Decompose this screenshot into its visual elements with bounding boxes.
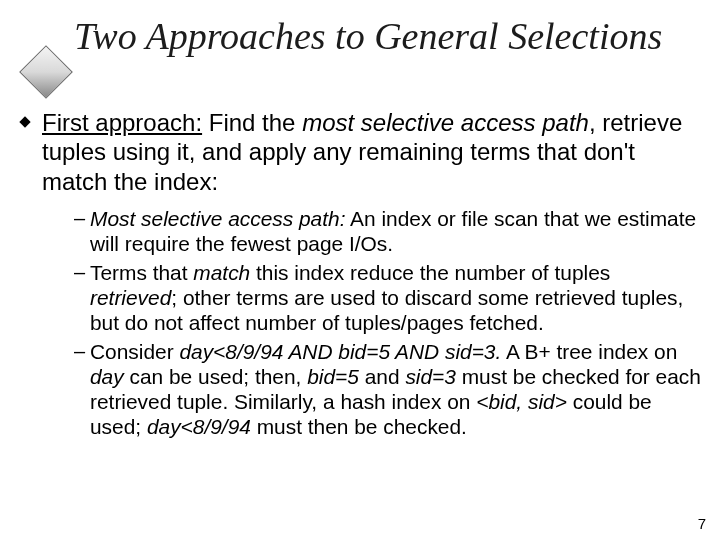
text-italic: day<8/9/94 AND bid=5 AND sid=3.	[179, 340, 501, 363]
text-italic: day<8/9/94	[147, 415, 251, 438]
text-italic: bid=5	[307, 365, 359, 388]
text-seg: Terms that	[90, 261, 193, 284]
title-diamond-icon	[20, 46, 70, 96]
list-item-text: Most selective access path: An index or …	[90, 206, 702, 256]
bullet-level1-text: First approach: Find the most selective …	[42, 108, 702, 196]
text-italic: sid=3	[405, 365, 456, 388]
text-italic: Most selective access path:	[90, 207, 345, 230]
slide-body: First approach: Find the most selective …	[0, 100, 720, 440]
lead-text: First approach:	[42, 109, 202, 136]
text-italic: retrieved	[90, 286, 171, 309]
dash-bullet-icon: –	[74, 339, 90, 363]
text-seg: Consider	[90, 340, 179, 363]
list-item: – Consider day<8/9/94 AND bid=5 AND sid=…	[74, 339, 702, 439]
text-seg: ; other terms are used to discard some r…	[90, 286, 683, 334]
slide: Two Approaches to General Selections Fir…	[0, 0, 720, 540]
list-item: – Terms that match this index reduce the…	[74, 260, 702, 335]
diamond-bullet-icon	[18, 115, 32, 129]
dash-bullet-icon: –	[74, 206, 90, 230]
dash-bullet-icon: –	[74, 260, 90, 284]
text-italic: most selective access path	[302, 109, 589, 136]
text-seg: and	[359, 365, 405, 388]
text-seg: A B+ tree index on	[501, 340, 677, 363]
text-seg: must then be checked.	[251, 415, 467, 438]
slide-title: Two Approaches to General Selections	[74, 16, 662, 58]
list-item-text: Consider day<8/9/94 AND bid=5 AND sid=3.…	[90, 339, 702, 439]
text-italic: match	[193, 261, 250, 284]
list-item: – Most selective access path: An index o…	[74, 206, 702, 256]
text-italic: <bid, sid>	[476, 390, 567, 413]
sub-bullet-list: – Most selective access path: An index o…	[74, 206, 702, 440]
svg-rect-0	[19, 116, 30, 127]
list-item-text: Terms that match this index reduce the n…	[90, 260, 702, 335]
title-row: Two Approaches to General Selections	[0, 0, 720, 100]
bullet-level1: First approach: Find the most selective …	[18, 108, 702, 196]
page-number: 7	[698, 515, 706, 532]
text-italic: day	[90, 365, 124, 388]
text-seg: can be used; then,	[124, 365, 308, 388]
text-seg: this index reduce the number of tuples	[250, 261, 610, 284]
text-seg: Find the	[202, 109, 302, 136]
